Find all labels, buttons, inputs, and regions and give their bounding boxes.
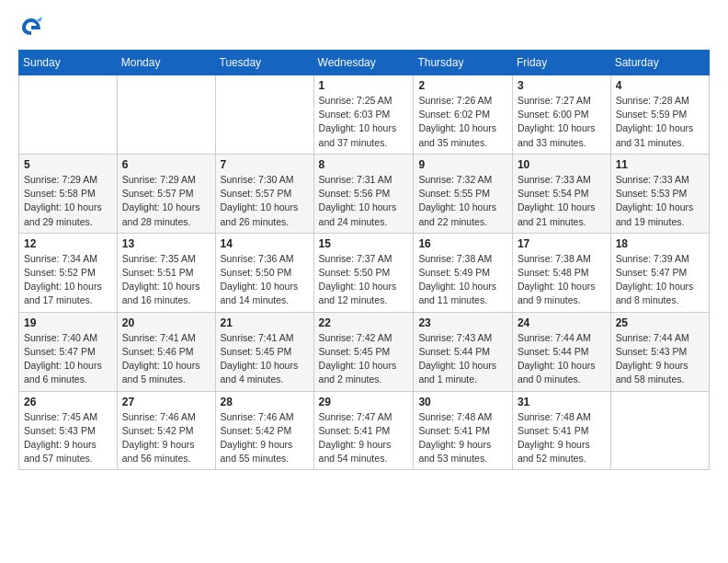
day-number: 25 [616,316,704,329]
calendar-cell: 31Sunrise: 7:48 AMSunset: 5:41 PMDayligh… [512,391,610,470]
calendar-cell: 2Sunrise: 7:26 AMSunset: 6:02 PMDaylight… [414,75,513,155]
calendar-cell [19,75,118,155]
day-number: 3 [518,79,606,92]
day-number: 11 [616,158,704,171]
header-cell-friday: Friday [512,51,610,75]
day-info: Sunrise: 7:29 AMSunset: 5:57 PMDaylight:… [122,173,210,229]
calendar-cell: 30Sunrise: 7:48 AMSunset: 5:41 PMDayligh… [414,391,513,470]
day-number: 10 [518,158,606,171]
calendar-cell: 23Sunrise: 7:43 AMSunset: 5:44 PMDayligh… [414,312,513,391]
calendar-body: 1Sunrise: 7:25 AMSunset: 6:03 PMDaylight… [19,75,710,470]
day-number: 24 [518,316,606,329]
day-info: Sunrise: 7:41 AMSunset: 5:45 PMDaylight:… [221,331,309,387]
calendar-header: SundayMondayTuesdayWednesdayThursdayFrid… [19,51,710,75]
day-info: Sunrise: 7:45 AMSunset: 5:43 PMDaylight:… [24,410,112,466]
day-info: Sunrise: 7:38 AMSunset: 5:48 PMDaylight:… [518,252,606,308]
calendar-cell: 22Sunrise: 7:42 AMSunset: 5:45 PMDayligh… [313,312,414,391]
day-number: 8 [319,158,409,171]
day-info: Sunrise: 7:41 AMSunset: 5:46 PMDaylight:… [122,331,210,387]
calendar-cell: 3Sunrise: 7:27 AMSunset: 6:00 PMDaylight… [512,75,610,155]
day-number: 23 [418,316,507,329]
day-number: 26 [24,396,112,408]
calendar-cell [117,75,215,155]
header-cell-tuesday: Tuesday [215,51,313,75]
day-info: Sunrise: 7:44 AMSunset: 5:44 PMDaylight:… [518,331,606,387]
calendar-cell: 9Sunrise: 7:32 AMSunset: 5:55 PMDaylight… [414,154,513,233]
day-info: Sunrise: 7:47 AMSunset: 5:41 PMDaylight:… [319,410,409,466]
calendar-cell: 6Sunrise: 7:29 AMSunset: 5:57 PMDaylight… [117,154,215,233]
day-number: 20 [122,316,210,329]
header-cell-sunday: Sunday [19,51,118,75]
day-number: 15 [319,237,409,250]
day-info: Sunrise: 7:30 AMSunset: 5:57 PMDaylight:… [221,173,309,229]
calendar-cell: 11Sunrise: 7:33 AMSunset: 5:53 PMDayligh… [610,154,709,233]
calendar-cell: 16Sunrise: 7:38 AMSunset: 5:49 PMDayligh… [414,233,513,312]
header [18,15,710,40]
header-cell-wednesday: Wednesday [313,51,414,75]
calendar-cell: 25Sunrise: 7:44 AMSunset: 5:43 PMDayligh… [610,312,709,391]
day-number: 28 [221,396,309,408]
calendar-cell [610,391,709,470]
day-info: Sunrise: 7:37 AMSunset: 5:50 PMDaylight:… [319,252,409,308]
calendar-cell: 7Sunrise: 7:30 AMSunset: 5:57 PMDaylight… [215,154,313,233]
day-number: 7 [221,158,309,171]
day-number: 1 [319,79,409,92]
day-number: 13 [122,237,210,250]
day-number: 19 [24,316,112,329]
calendar-cell: 27Sunrise: 7:46 AMSunset: 5:42 PMDayligh… [117,391,215,470]
calendar-cell [215,75,313,155]
header-cell-monday: Monday [117,51,215,75]
calendar-cell: 14Sunrise: 7:36 AMSunset: 5:50 PMDayligh… [215,233,313,312]
calendar-table: SundayMondayTuesdayWednesdayThursdayFrid… [18,50,710,470]
calendar-cell: 12Sunrise: 7:34 AMSunset: 5:52 PMDayligh… [19,233,118,312]
calendar-cell: 17Sunrise: 7:38 AMSunset: 5:48 PMDayligh… [512,233,610,312]
calendar-cell: 20Sunrise: 7:41 AMSunset: 5:46 PMDayligh… [117,312,215,391]
day-info: Sunrise: 7:32 AMSunset: 5:55 PMDaylight:… [418,173,507,229]
day-number: 30 [418,396,507,408]
day-number: 31 [518,396,606,408]
day-number: 16 [418,237,507,250]
day-info: Sunrise: 7:36 AMSunset: 5:50 PMDaylight:… [221,252,309,308]
week-row-2: 5Sunrise: 7:29 AMSunset: 5:58 PMDaylight… [19,154,710,233]
header-row: SundayMondayTuesdayWednesdayThursdayFrid… [19,51,710,75]
week-row-3: 12Sunrise: 7:34 AMSunset: 5:52 PMDayligh… [19,233,710,312]
day-number: 9 [418,158,507,171]
calendar-cell: 26Sunrise: 7:45 AMSunset: 5:43 PMDayligh… [19,391,118,470]
day-info: Sunrise: 7:46 AMSunset: 5:42 PMDaylight:… [221,410,309,466]
calendar-cell: 8Sunrise: 7:31 AMSunset: 5:56 PMDaylight… [313,154,414,233]
day-info: Sunrise: 7:28 AMSunset: 5:59 PMDaylight:… [616,94,704,150]
day-info: Sunrise: 7:48 AMSunset: 5:41 PMDaylight:… [518,410,606,466]
day-number: 14 [221,237,309,250]
day-info: Sunrise: 7:25 AMSunset: 6:03 PMDaylight:… [319,94,409,150]
day-info: Sunrise: 7:33 AMSunset: 5:54 PMDaylight:… [518,173,606,229]
calendar-cell: 1Sunrise: 7:25 AMSunset: 6:03 PMDaylight… [313,75,414,155]
calendar-cell: 18Sunrise: 7:39 AMSunset: 5:47 PMDayligh… [610,233,709,312]
day-number: 21 [221,316,309,329]
day-number: 12 [24,237,112,250]
calendar-cell: 29Sunrise: 7:47 AMSunset: 5:41 PMDayligh… [313,391,414,470]
calendar-cell: 13Sunrise: 7:35 AMSunset: 5:51 PMDayligh… [117,233,215,312]
week-row-5: 26Sunrise: 7:45 AMSunset: 5:43 PMDayligh… [19,391,710,470]
day-info: Sunrise: 7:34 AMSunset: 5:52 PMDaylight:… [24,252,112,308]
day-info: Sunrise: 7:42 AMSunset: 5:45 PMDaylight:… [319,331,409,387]
calendar-cell: 28Sunrise: 7:46 AMSunset: 5:42 PMDayligh… [215,391,313,470]
logo [18,15,48,40]
day-info: Sunrise: 7:31 AMSunset: 5:56 PMDaylight:… [319,173,409,229]
day-info: Sunrise: 7:44 AMSunset: 5:43 PMDaylight:… [616,331,704,387]
calendar-cell: 24Sunrise: 7:44 AMSunset: 5:44 PMDayligh… [512,312,610,391]
calendar-cell: 10Sunrise: 7:33 AMSunset: 5:54 PMDayligh… [512,154,610,233]
day-info: Sunrise: 7:46 AMSunset: 5:42 PMDaylight:… [122,410,210,466]
calendar-cell: 5Sunrise: 7:29 AMSunset: 5:58 PMDaylight… [19,154,118,233]
page: SundayMondayTuesdayWednesdayThursdayFrid… [0,0,728,485]
header-cell-saturday: Saturday [610,51,709,75]
day-number: 18 [616,237,704,250]
day-info: Sunrise: 7:38 AMSunset: 5:49 PMDaylight:… [418,252,507,308]
day-number: 17 [518,237,606,250]
day-number: 29 [319,396,409,408]
logo-icon [18,15,44,40]
day-info: Sunrise: 7:29 AMSunset: 5:58 PMDaylight:… [24,173,112,229]
day-info: Sunrise: 7:39 AMSunset: 5:47 PMDaylight:… [616,252,704,308]
day-info: Sunrise: 7:26 AMSunset: 6:02 PMDaylight:… [418,94,507,150]
calendar-cell: 15Sunrise: 7:37 AMSunset: 5:50 PMDayligh… [313,233,414,312]
header-cell-thursday: Thursday [414,51,513,75]
